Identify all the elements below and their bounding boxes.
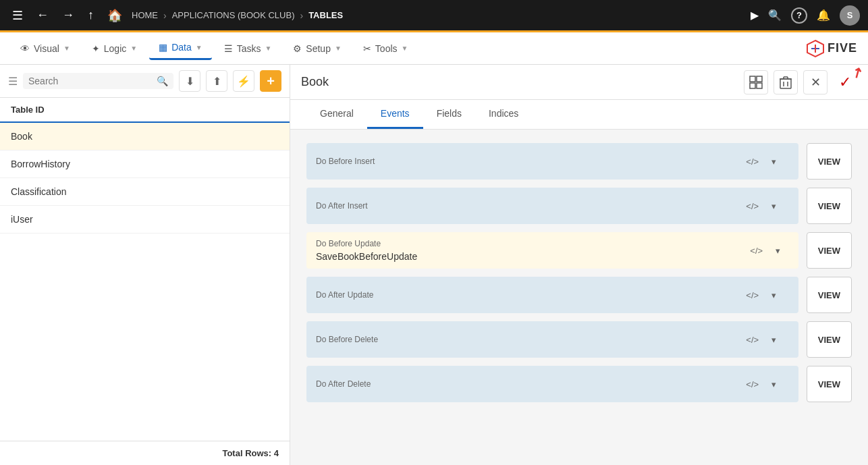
expand-btn-before-update[interactable]: ▾: [769, 241, 788, 260]
sidebar-footer: Total Rows: 4: [0, 441, 290, 465]
setup-icon: ⚙: [293, 43, 302, 54]
sidebar-item-book[interactable]: Book: [0, 123, 290, 151]
expand-btn-after-insert[interactable]: ▾: [765, 196, 784, 215]
code-btn-before-delete[interactable]: </>: [743, 330, 762, 349]
up-icon[interactable]: ↑: [84, 5, 98, 25]
nav-logic-label: Logic: [104, 43, 126, 54]
add-button[interactable]: +: [260, 70, 281, 92]
event-label-before-insert: Do Before Insert: [316, 157, 375, 166]
download-button[interactable]: ⬇: [179, 70, 200, 92]
search-icon[interactable]: 🔍: [768, 9, 782, 22]
forward-icon[interactable]: →: [58, 5, 78, 25]
nav-visual-caret: ▼: [63, 45, 70, 52]
menu-icon[interactable]: ☰: [8, 5, 27, 26]
event-card-after-delete: Do After Delete </> ▾: [306, 366, 798, 402]
five-logo: FIVE: [806, 39, 857, 58]
nav-data[interactable]: ▦ Data ▼: [149, 36, 211, 60]
top-nav: ☰ ← → ↑ 🏠 HOME › APPLICATIONS (BOOK CLUB…: [0, 0, 868, 32]
breadcrumb-app[interactable]: APPLICATIONS (BOOK CLUB): [172, 10, 295, 20]
panel-header: Book: [290, 65, 868, 100]
sidebar-item-iuser[interactable]: iUser: [0, 206, 290, 234]
data-icon: ▦: [159, 42, 167, 53]
event-controls-after-delete: </> ▾: [743, 375, 789, 393]
nav-setup[interactable]: ⚙ Setup ▼: [283, 38, 351, 59]
nav-logic[interactable]: ✦ Logic ▼: [82, 38, 146, 59]
five-logo-icon: [806, 39, 825, 58]
tab-indices[interactable]: Indices: [475, 100, 532, 129]
help-icon[interactable]: ?: [791, 7, 807, 24]
nav-tasks[interactable]: ☰ Tasks ▼: [215, 38, 281, 59]
five-logo-text: FIVE: [828, 41, 857, 55]
tabs-bar: General Events Fields Indices: [290, 100, 868, 130]
view-btn-before-delete[interactable]: VIEW: [807, 321, 852, 358]
nav-setup-label: Setup: [306, 43, 331, 54]
event-controls-before-update: </> ▾: [747, 241, 793, 260]
search-mag-icon: 🔍: [157, 76, 168, 86]
nav-tasks-caret: ▼: [265, 45, 271, 52]
event-label-before-delete: Do Before Delete: [316, 335, 378, 344]
svg-rect-6: [757, 83, 762, 88]
filter-icon[interactable]: ☰: [8, 75, 18, 88]
avatar[interactable]: S: [840, 5, 860, 26]
close-button[interactable]: ✕: [803, 70, 828, 94]
event-card-before-delete: Do Before Delete </> ▾: [306, 321, 798, 358]
event-card-after-insert: Do After Insert </> ▾: [306, 188, 798, 224]
logic-icon: ✦: [92, 43, 100, 54]
lightning-button[interactable]: ⚡: [233, 70, 254, 92]
tab-events[interactable]: Events: [367, 100, 423, 129]
confirm-button[interactable]: ✓ ↗: [833, 70, 857, 94]
nav-tools-caret: ▼: [402, 45, 408, 52]
expand-btn-after-delete[interactable]: ▾: [765, 375, 784, 393]
code-btn-before-update[interactable]: </>: [747, 241, 766, 260]
event-row-before-update: Do Before Update SaveBookBeforeUpdate </…: [306, 232, 852, 269]
search-input[interactable]: [28, 76, 154, 86]
event-controls-after-insert: </> ▾: [743, 196, 789, 215]
expand-btn-after-update[interactable]: ▾: [765, 285, 784, 304]
tab-fields[interactable]: Fields: [423, 100, 475, 129]
tab-general[interactable]: General: [306, 100, 367, 129]
event-label-before-update: Do Before Update: [316, 239, 381, 248]
code-btn-after-delete[interactable]: </>: [743, 375, 762, 393]
top-nav-actions: ▶ 🔍 ? 🔔 S: [751, 5, 860, 26]
event-row-before-delete: Do Before Delete </> ▾ VIEW: [306, 321, 852, 358]
search-container: 🔍: [23, 73, 173, 89]
delete-button[interactable]: [774, 70, 798, 94]
grid-view-button[interactable]: [744, 70, 768, 94]
event-card-before-update: Do Before Update SaveBookBeforeUpdate </…: [306, 232, 798, 269]
view-btn-before-insert[interactable]: VIEW: [807, 143, 852, 180]
sidebar: ☰ 🔍 ⬇ ⬆ ⚡ + Table ID Book BorrowHistory …: [0, 65, 290, 465]
nav-tools[interactable]: ✂ Tools ▼: [354, 38, 418, 59]
view-btn-after-update[interactable]: VIEW: [807, 277, 852, 313]
tasks-icon: ☰: [224, 43, 233, 54]
sidebar-item-classification[interactable]: Classification: [0, 178, 290, 206]
code-btn-after-insert[interactable]: </>: [743, 196, 762, 215]
nav-tasks-label: Tasks: [237, 43, 261, 54]
svg-rect-7: [780, 79, 791, 88]
breadcrumb-tables: TABLES: [308, 10, 343, 20]
breadcrumb-home[interactable]: HOME: [132, 10, 158, 20]
event-row-before-insert: Do Before Insert </> ▾ VIEW: [306, 143, 852, 180]
events-content: Do Before Insert </> ▾ VIEW Do After Ins…: [290, 130, 868, 465]
svg-rect-5: [750, 83, 755, 88]
expand-btn-before-insert[interactable]: ▾: [765, 152, 784, 171]
nav-visual[interactable]: 👁 Visual ▼: [11, 38, 80, 59]
event-controls-before-insert: </> ▾: [743, 152, 789, 171]
event-label-after-delete: Do After Delete: [316, 379, 371, 389]
event-row-after-delete: Do After Delete </> ▾ VIEW: [306, 366, 852, 402]
view-btn-after-insert[interactable]: VIEW: [807, 188, 852, 224]
upload-button[interactable]: ⬆: [206, 70, 227, 92]
eye-icon: 👁: [20, 43, 30, 54]
tools-icon: ✂: [363, 43, 371, 54]
view-btn-before-update[interactable]: VIEW: [807, 232, 852, 269]
expand-btn-before-delete[interactable]: ▾: [765, 330, 784, 349]
panel-title: Book: [301, 75, 736, 89]
play-icon[interactable]: ▶: [751, 9, 759, 22]
breadcrumb-sep-1: ›: [163, 10, 167, 21]
code-btn-after-update[interactable]: </>: [743, 285, 762, 304]
code-btn-before-insert[interactable]: </>: [743, 152, 762, 171]
sidebar-item-borrow-history[interactable]: BorrowHistory: [0, 151, 290, 178]
event-row-after-update: Do After Update </> ▾ VIEW: [306, 277, 852, 313]
view-btn-after-delete[interactable]: VIEW: [807, 366, 852, 402]
back-icon[interactable]: ←: [32, 5, 53, 25]
bell-icon[interactable]: 🔔: [817, 9, 830, 22]
